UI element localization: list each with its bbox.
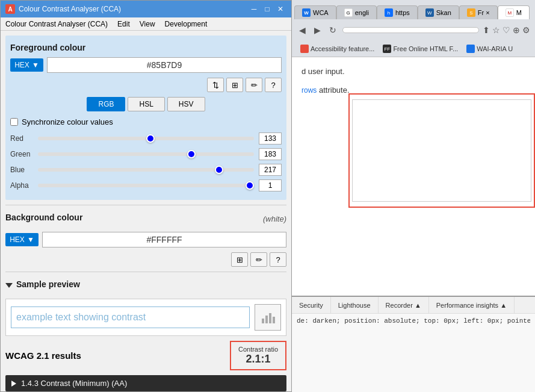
red-slider-row: Red [10,132,282,145]
bg-eyedropper-icon: ✏ [256,255,262,264]
contrast-value: 2.1:1 [238,353,278,366]
wcag-result-bar[interactable]: 1.4.3 Contrast (Minimum) (AA) [5,375,286,391]
foreground-header: Foreground colour [10,43,282,52]
minimize-button[interactable]: ─ [248,4,260,14]
foreground-section: Foreground colour HEX ▼ ⇅ ⊞ [5,36,286,200]
equalizer-button[interactable]: ⊞ [226,78,243,92]
tab-hsl[interactable]: HSL [128,97,164,111]
green-slider[interactable] [38,152,254,156]
eyedropper-button[interactable]: ✏ [246,78,262,92]
alpha-value[interactable] [259,179,282,191]
blue-slider[interactable] [38,168,254,172]
devtools-tab-recorder[interactable]: Recorder ▲ [379,297,429,313]
chart-icon-button[interactable] [255,304,281,331]
menu-cca[interactable]: Colour Contrast Analyser (CCA) [1,17,113,30]
window-controls: ─ □ ✕ [248,4,286,14]
wcag-title: WCAG 2.1 results [5,350,81,361]
refresh-button[interactable]: ↻ [327,24,339,36]
devtools-content: de: darken; position: absolute; top: 0px… [292,314,535,392]
alpha-slider-row: Alpha [10,179,282,191]
browser-tab-wca[interactable]: W WCA [294,5,336,19]
swap-icon: ⇅ [212,81,219,90]
red-value[interactable] [259,132,282,145]
svg-rect-0 [262,319,264,323]
section-divider [5,205,286,205]
green-label: Green [10,150,33,158]
browser-tab-gmail[interactable]: M M [498,5,530,19]
app-icon: A [5,4,15,14]
help-button[interactable]: ? [265,78,282,92]
sample-header-row: Sample preview [5,277,286,294]
bg-equalizer-icon: ⊞ [237,255,243,264]
devtools-tab-security[interactable]: Security [292,297,331,313]
blue-slider-row: Blue [10,164,282,176]
foreground-tools-row: ⇅ ⊞ ✏ ? [10,78,282,92]
wcag-result-text: 1.4.3 Contrast (Minimum) (AA) [21,379,127,388]
https-favicon: h [385,8,393,17]
share-icon[interactable]: ⬆ [483,25,490,35]
google-favicon: G [344,8,353,17]
foreground-format-dropdown[interactable]: HEX ▼ [10,58,43,72]
browser-tab-https[interactable]: h https [377,5,418,19]
heart-icon[interactable]: ♡ [503,25,510,35]
eyedropper-icon: ✏ [251,81,258,90]
sync-checkbox[interactable] [10,118,18,126]
bookmark-bar: Accessibility feature... FF Free Online … [292,41,535,57]
foreground-hex-row: HEX ▼ [10,57,282,73]
tab-wca-label: WCA [313,9,329,16]
expand-triangle-icon [11,381,16,387]
browser-tab-google[interactable]: G engli [336,5,377,19]
free-online-bookmark-icon: FF [383,45,391,53]
devtools-code: de: darken; position: absolute; top: 0px… [297,317,530,325]
menu-edit[interactable]: Edit [113,17,135,30]
address-bar[interactable] [342,27,479,33]
tab-sketch-label: Fr × [478,9,490,16]
extension-icon[interactable]: ⊕ [513,25,520,35]
red-slider[interactable] [38,137,254,140]
bg-eyedropper-button[interactable]: ✏ [250,252,267,267]
chart-icon [261,310,275,325]
bookmark-accessibility[interactable]: Accessibility feature... [297,43,378,54]
background-hex-input[interactable] [42,232,286,247]
svg-rect-1 [265,316,268,323]
alpha-slider[interactable] [38,184,254,187]
rows-code-ref: rows [302,86,317,95]
devtools-tab-performance[interactable]: Performance insights ▲ [429,297,515,313]
green-value[interactable] [259,148,282,160]
menu-view[interactable]: View [135,17,160,30]
collapse-triangle-icon[interactable] [5,283,13,288]
browser-tab-word[interactable]: W Skan [418,5,459,19]
swap-button[interactable]: ⇅ [207,78,224,92]
sample-text: example text showing contrast [11,306,250,328]
settings-icon[interactable]: ⚙ [522,25,530,35]
bg-help-button[interactable]: ? [270,252,286,267]
blue-value[interactable] [259,164,282,176]
close-button[interactable]: ✕ [274,4,286,14]
color-format-tabs: RGB HSL HSV [10,97,282,111]
devtools-panel: Security Lighthouse Recorder ▲ Performan… [292,296,535,392]
background-header: Background colour [5,213,82,222]
back-button[interactable]: ◀ [297,24,308,36]
background-format-dropdown[interactable]: HEX ▼ [5,233,39,246]
menu-development[interactable]: Development [160,17,212,30]
devtools-tab-lighthouse[interactable]: Lighthouse [331,297,379,313]
section-divider-2 [5,272,286,272]
textarea-preview [352,99,531,202]
tab-rgb[interactable]: RGB [87,97,125,111]
wca-favicon: W [302,8,311,17]
maximize-button[interactable]: □ [261,4,273,14]
bg-equalizer-button[interactable]: ⊞ [231,252,248,267]
browser-tab-sketch[interactable]: S Fr × [459,5,498,19]
browser-chrome: W WCA G engli h https W Skan S Fr × [292,0,535,57]
bookmark-free-online[interactable]: FF Free Online HTML F... [379,43,462,54]
sync-row: Synchronize colour values [10,117,282,126]
bookmark-wai-aria[interactable]: WAI-ARIA U [463,43,516,54]
tab-google-label: engli [355,9,369,16]
tab-hsv[interactable]: HSV [167,97,205,111]
bookmark-icon[interactable]: ☆ [492,25,500,35]
forward-button[interactable]: ▶ [312,24,323,36]
foreground-hex-input[interactable] [47,57,282,73]
red-outline-box [348,93,535,208]
sample-section: Sample preview example text showing cont… [5,277,286,336]
green-slider-row: Green [10,148,282,160]
